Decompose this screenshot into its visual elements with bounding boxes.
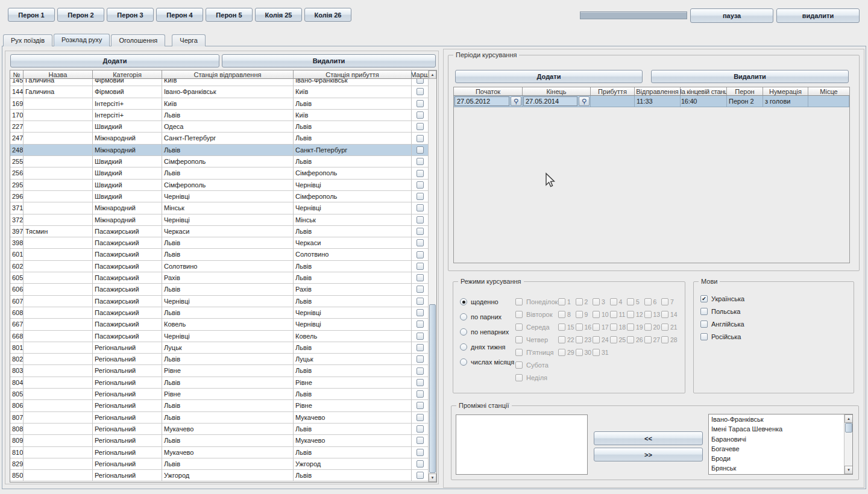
route-checkbox[interactable] (417, 449, 424, 456)
periods-column-header[interactable]: Початок (454, 87, 523, 96)
route-checkbox[interactable] (417, 367, 424, 375)
pause-button[interactable]: пауза (690, 8, 773, 23)
table-row[interactable]: 295ШвидкийСімферопольЧернівці (10, 180, 428, 191)
table-row[interactable]: 398ПасажирськийЛьвівЧеркаси (10, 237, 428, 249)
route-checkbox[interactable] (417, 309, 424, 316)
route-checkbox[interactable] (417, 251, 424, 258)
table-row[interactable]: 801РегіональнийЛуцькЛьвів (10, 342, 428, 354)
run-mode-radio[interactable]: числах місяця (460, 358, 514, 366)
table-row[interactable]: 809РегіональнийЛьвівМукачево (10, 435, 428, 446)
platform-button[interactable]: Перон 4 (156, 8, 203, 22)
table-row[interactable]: 397ТясминПасажирськийЧеркасиЛьвів (10, 226, 428, 237)
periods-delete-button[interactable]: Видалити (651, 70, 849, 83)
table-row[interactable]: 806РегіональнийЛьвівРівне (10, 400, 428, 411)
table-row[interactable]: 145ГаличинаФірмовийКиївІвано-Франківськ (10, 79, 428, 86)
radio-icon[interactable] (460, 298, 467, 305)
scroll-up-arrow-icon[interactable]: ▲ (429, 70, 436, 79)
table-row[interactable]: 803РегіональнийРівнеЛьвів (10, 365, 428, 377)
table-row[interactable]: 256ШвидкийЛьвівСімферополь (10, 167, 428, 179)
trains-vertical-scrollbar[interactable]: ▲ ▼ (428, 70, 436, 482)
scroll-up-arrow-icon[interactable]: ▲ (844, 414, 853, 423)
table-row[interactable]: 607ПасажирськийЧернівціЛьвів (10, 296, 428, 307)
table-row[interactable]: 255ШвидкийСімферопольЛьвів (10, 156, 428, 167)
route-checkbox[interactable] (417, 123, 424, 130)
run-mode-radio[interactable]: по непарних (460, 328, 514, 336)
language-option[interactable]: Англійська (700, 320, 744, 328)
platform-button[interactable]: Перон 3 (107, 8, 154, 22)
radio-icon[interactable] (460, 343, 467, 351)
table-row[interactable]: 248МіжнароднийЛьвівСанкт-Петербург (10, 145, 428, 156)
table-row[interactable]: 602ПасажирськийСолотвиноЛьвів (10, 261, 428, 272)
trains-column-header[interactable]: Категорія (93, 70, 162, 79)
table-row[interactable]: 606ПасажирськийЛьвівРахів (10, 284, 428, 295)
table-row[interactable]: 810РегіональнийМукачевоЛьвів (10, 447, 428, 458)
run-mode-radio[interactable]: днях тижня (460, 343, 514, 351)
stations-scrollbar[interactable]: ▲ ▼ (844, 414, 853, 474)
route-checkbox[interactable] (417, 228, 424, 235)
table-row[interactable]: 170Інтерсіті+ЛьвівКиїв (10, 110, 428, 121)
route-checkbox[interactable] (417, 460, 424, 467)
route-checkbox[interactable] (417, 79, 424, 84)
run-mode-radio[interactable]: по парних (460, 313, 514, 320)
periods-column-header[interactable]: Перон (727, 87, 763, 96)
route-checkbox[interactable] (417, 437, 424, 444)
route-checkbox[interactable] (417, 158, 424, 165)
station-list-item[interactable]: Імені Тараса Шевченка (709, 424, 852, 434)
route-checkbox[interactable] (417, 320, 424, 328)
station-list-item[interactable]: Барановичі (709, 434, 852, 444)
route-checkbox[interactable] (417, 425, 424, 433)
table-row[interactable]: 667ПасажирськийКовельЧернівці (10, 319, 428, 330)
language-option[interactable]: Російська (700, 333, 744, 340)
periods-column-header[interactable]: Кінець (523, 87, 591, 96)
selected-stations-list[interactable] (456, 414, 588, 475)
date-picker-button[interactable]: ⚲ (511, 96, 521, 106)
table-row[interactable]: 169Інтерсіті+КиївЛьвів (10, 98, 428, 110)
station-list-item[interactable]: Брянськ (709, 463, 852, 473)
language-checkbox[interactable] (700, 295, 708, 302)
radio-icon[interactable] (460, 328, 467, 336)
platform-button[interactable]: Колія 25 (255, 8, 302, 22)
table-row[interactable]: 829РегіональнийЛьвівУжгород (10, 458, 428, 470)
scroll-down-arrow-icon[interactable]: ▼ (844, 466, 853, 474)
route-checkbox[interactable] (417, 344, 424, 351)
periods-column-header[interactable]: Нумерація (763, 87, 808, 96)
trains-column-header[interactable]: Назва (24, 70, 93, 79)
trains-add-button[interactable]: Додати (10, 54, 219, 67)
table-row[interactable]: 850РегіональнийУжгородЛьвів (10, 470, 428, 481)
route-checkbox[interactable] (417, 274, 424, 281)
move-stations-right-button[interactable]: >> (594, 448, 703, 461)
route-checkbox[interactable] (417, 402, 424, 409)
periods-add-button[interactable]: Додати (455, 70, 643, 83)
route-checkbox[interactable] (417, 414, 424, 421)
scrollbar-thumb[interactable] (429, 304, 436, 473)
table-row[interactable]: 605ПасажирськийРахівЛьвів (10, 272, 428, 284)
tab-Оголошення[interactable]: Оголошення (111, 34, 165, 46)
platform-button[interactable]: Перон 2 (57, 8, 104, 22)
platform-button[interactable]: Перон 1 (8, 8, 55, 22)
route-checkbox[interactable] (417, 193, 424, 200)
table-row[interactable]: 371МіжнароднийМінськЧернівці (10, 202, 428, 214)
table-row[interactable]: 808РегіональнийМукачевоЛьвів (10, 424, 428, 435)
route-checkbox[interactable] (417, 170, 424, 177)
route-checkbox[interactable] (417, 355, 424, 363)
table-row[interactable]: 247МіжнароднийСанкт-ПетербургЛьвів (10, 133, 428, 144)
language-checkbox[interactable] (700, 333, 708, 340)
route-checkbox[interactable] (417, 100, 424, 107)
period-end-field[interactable]: 27.05.2014 (523, 96, 577, 106)
route-checkbox[interactable] (417, 111, 424, 119)
route-checkbox[interactable] (417, 286, 424, 293)
radio-icon[interactable] (460, 358, 467, 366)
language-option[interactable]: Українська (700, 295, 744, 302)
platform-button[interactable]: Колія 26 (304, 8, 351, 22)
table-row[interactable]: 807РегіональнийЛьвівМукачево (10, 412, 428, 424)
scroll-down-arrow-icon[interactable]: ▼ (429, 474, 436, 482)
route-checkbox[interactable] (417, 472, 424, 479)
delete-button-top[interactable]: видалити (776, 8, 860, 23)
route-checkbox[interactable] (417, 390, 424, 398)
tab-Розклад руху[interactable]: Розклад руху (54, 34, 110, 46)
route-checkbox[interactable] (417, 88, 424, 95)
station-list-item[interactable]: Івано-Франківськ (709, 414, 852, 424)
tab-Рух поїздів[interactable]: Рух поїздів (3, 34, 52, 46)
scrollbar-thumb[interactable] (845, 423, 852, 433)
route-checkbox[interactable] (417, 333, 424, 340)
